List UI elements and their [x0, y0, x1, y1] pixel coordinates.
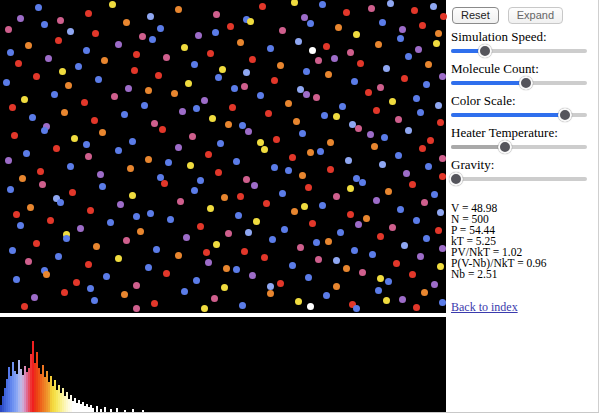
- molecule-dot: [177, 198, 184, 205]
- slider-thumb[interactable]: [558, 108, 572, 122]
- molecule-dot: [133, 282, 140, 289]
- molecule-dot: [409, 181, 416, 188]
- molecule-dot: [201, 97, 208, 104]
- molecule-dot: [325, 238, 332, 245]
- molecule-dot: [147, 13, 154, 20]
- molecule-dot: [241, 83, 248, 90]
- molecule-dot: [5, 26, 12, 33]
- molecule-dot: [257, 92, 264, 99]
- molecule-dot: [389, 224, 396, 231]
- simulation-canvas[interactable]: [0, 0, 446, 313]
- molecule-dot: [309, 47, 316, 54]
- molecule-dot: [229, 104, 236, 111]
- molecule-dot: [373, 107, 380, 114]
- molecule-dot: [225, 121, 232, 128]
- molecule-dot: [171, 90, 178, 97]
- molecule-dot: [271, 77, 278, 84]
- molecule-dot: [285, 100, 292, 107]
- molecule-dot: [263, 200, 270, 207]
- molecule-dot: [83, 141, 90, 148]
- molecule-dot: [353, 305, 360, 312]
- molecule-dot: [245, 128, 252, 135]
- slider-gravity[interactable]: [451, 173, 587, 185]
- slider-molecule-count[interactable]: [451, 77, 587, 89]
- molecule-dot: [421, 289, 428, 296]
- molecule-dot: [115, 255, 122, 262]
- slider-heater-temperature[interactable]: [451, 141, 587, 153]
- molecule-dot: [183, 234, 190, 241]
- molecule-dot: [363, 215, 370, 222]
- molecule-dot: [213, 11, 220, 18]
- molecule-dot: [281, 226, 288, 233]
- molecule-dot: [267, 283, 274, 290]
- slider-color-scale[interactable]: [451, 109, 587, 121]
- molecule-dot: [381, 134, 388, 141]
- molecule-dot: [17, 15, 24, 22]
- molecule-dot: [27, 204, 34, 211]
- molecule-dot: [217, 140, 224, 147]
- slider-thumb[interactable]: [519, 76, 533, 90]
- molecule-dot: [317, 148, 324, 155]
- molecule-dot: [83, 47, 90, 54]
- molecule-dot: [193, 105, 200, 112]
- slider-track[interactable]: [451, 177, 587, 181]
- molecule-dot: [359, 179, 366, 186]
- molecule-dot: [121, 291, 128, 298]
- molecule-dot: [97, 171, 104, 178]
- back-to-index-link[interactable]: Back to index: [451, 300, 518, 314]
- molecule-dot: [37, 168, 44, 175]
- molecule-dot: [3, 79, 10, 86]
- molecule-dot: [195, 32, 202, 39]
- molecule-dot: [345, 157, 352, 164]
- molecule-dot: [337, 229, 344, 236]
- molecule-dot: [99, 129, 106, 136]
- expand-button[interactable]: Expand: [508, 7, 563, 24]
- molecule-dot: [121, 111, 128, 118]
- molecule-dot: [440, 13, 447, 20]
- molecule-dot: [301, 203, 308, 210]
- molecule-dot: [417, 253, 424, 260]
- molecule-dot: [375, 287, 382, 294]
- molecule-dot: [129, 138, 136, 145]
- molecule-dot: [373, 197, 380, 204]
- molecule-dot: [99, 183, 106, 190]
- molecule-dot: [291, 208, 298, 215]
- slider-thumb[interactable]: [478, 44, 492, 58]
- molecule-dot: [59, 68, 66, 75]
- molecule-dot: [227, 23, 234, 30]
- molecule-dot: [355, 221, 362, 228]
- slider-label: Color Scale:: [447, 93, 598, 109]
- molecule-dot: [421, 199, 428, 206]
- molecule-dot: [277, 280, 284, 287]
- molecule-dot: [181, 44, 188, 51]
- molecule-dot: [321, 112, 328, 119]
- slider-thumb[interactable]: [449, 172, 463, 186]
- molecule-dot: [39, 181, 46, 188]
- molecule-dot: [369, 251, 376, 258]
- molecule-dot: [103, 273, 110, 280]
- molecule-dot: [305, 274, 312, 281]
- molecule-dot: [9, 104, 16, 111]
- molecule-dot: [347, 49, 354, 56]
- molecule-dot: [419, 22, 426, 29]
- molecule-dot: [333, 257, 340, 264]
- molecule-dot: [21, 96, 28, 103]
- molecule-dot: [115, 147, 122, 154]
- molecule-dot: [333, 283, 340, 290]
- molecule-dot: [212, 29, 219, 36]
- molecule-dot: [21, 303, 28, 310]
- readout-nb: Nb = 2.51: [451, 269, 598, 280]
- molecule-dot: [425, 163, 432, 170]
- molecule-dot: [259, 3, 266, 10]
- molecule-dot: [5, 157, 12, 164]
- slider-label: Gravity:: [447, 157, 598, 173]
- molecule-dot: [211, 295, 218, 302]
- slider-simulation-speed[interactable]: [451, 45, 587, 57]
- molecule-dot: [31, 294, 38, 301]
- slider-thumb[interactable]: [498, 140, 512, 154]
- molecule-dot: [325, 71, 332, 78]
- molecule-dot: [73, 279, 80, 286]
- molecule-dot: [161, 180, 168, 187]
- reset-button[interactable]: Reset: [452, 7, 499, 24]
- molecule-dot: [145, 264, 152, 271]
